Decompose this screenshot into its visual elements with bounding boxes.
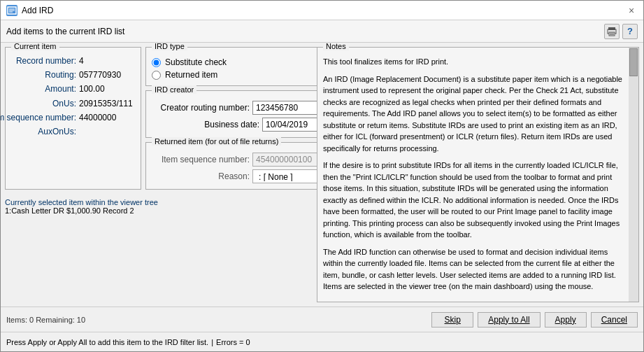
print-icon-button[interactable] [604,24,620,39]
onus-row: OnUs: 20915353/111 [11,97,135,111]
toolbar-icons: ? [604,24,638,39]
onus-label: OnUs: [1,97,76,111]
svg-rect-6 [609,32,615,36]
onus-value: 20915353/111 [79,97,135,111]
close-button[interactable]: × [625,4,638,17]
main-content: Current item Record number: 4 Routing: 0… [1,43,643,307]
amount-label: Amount: [1,83,76,96]
notes-panel: Notes This tool finalizes items for IRD … [317,47,639,302]
returned-item-title: Returned item (for out of file returns) [152,137,281,146]
apply-to-all-button[interactable]: Apply to All [478,312,540,328]
help-icon-button[interactable]: ? [622,24,638,39]
returned-item-radio[interactable] [152,71,161,80]
routing-label: Routing: [1,69,76,82]
auxonus-label: AuxOnUs: [1,125,76,139]
cancel-button[interactable]: Cancel [591,312,638,328]
reason-label: Reason: [152,171,250,181]
selected-item-value: 1:Cash Letter DR $1,000.90 Record 2 [5,206,313,215]
item-seq-label: Item sequence number: [1,111,76,125]
returned-seq-label: Item sequence number: [152,155,250,164]
creator-routing-label: Creator routing number: [152,103,250,113]
errors-count: Errors = 0 [216,338,250,346]
auxonus-row: AuxOnUs: [11,125,135,139]
record-number-row: Record number: 4 [11,55,135,68]
apply-button[interactable]: Apply [545,312,587,328]
title-bar: Add IRD × [1,1,643,20]
business-date-label: Business date: [162,120,259,129]
item-seq-value: 44000000 [79,111,135,125]
add-ird-dialog: Add IRD × Add items to the current IRD l… [0,0,644,352]
notes-scrollbar[interactable] [629,48,638,302]
notes-content[interactable]: This tool finalizes items for IRD print.… [317,52,638,299]
footer-status: Items: 0 Remaining: 10 [6,316,85,324]
status-bar: Press Apply or Apply All to add this ite… [1,332,643,351]
amount-value: 100.00 [79,83,135,96]
footer: Items: 0 Remaining: 10 Skip Apply to All… [1,307,643,332]
title-bar-left: Add IRD [6,5,53,16]
returned-item-label: Returned item [165,70,217,80]
notes-scrollbar-thumb[interactable] [629,48,638,76]
notes-title: Notes [323,43,349,50]
substitute-check-radio[interactable] [152,58,161,67]
left-sections: Current item Record number: 4 Routing: 0… [5,47,313,190]
status-separator: | [211,338,213,346]
current-item-title: Current item [11,43,59,50]
dialog-icon [6,5,17,16]
substitute-check-label: Substitute check [165,57,227,67]
record-number-label: Record number: [1,55,76,68]
left-panel: Current item Record number: 4 Routing: 0… [5,47,313,302]
current-item-group: Current item Record number: 4 Routing: 0… [5,47,141,190]
footer-buttons: Skip Apply to All Apply Cancel [431,312,638,328]
item-seq-row: Item sequence number: 44000000 [11,111,135,125]
notes-para-3: The Add IRD function can otherwise be us… [323,246,626,293]
notes-para-2: If the desire is to print substitute IRD… [323,160,626,241]
record-number-value: 4 [79,55,135,68]
routing-value: 057770930 [79,69,135,82]
amount-row: Amount: 100.00 [11,83,135,96]
notes-para-1: An IRD (Image Replacement Document) is a… [323,73,626,155]
svg-rect-8 [610,34,614,35]
svg-rect-7 [610,33,614,34]
toolbar: Add items to the current IRD list ? [1,20,643,43]
title-text: Add IRD [22,6,53,15]
routing-row: Routing: 057770930 [11,69,135,82]
status-message: Press Apply or Apply All to add this ite… [6,338,208,346]
ird-type-title: IRD type [152,43,187,50]
notes-para-0: This tool finalizes items for IRD print. [323,56,626,68]
selected-item-label: Currently selected item within the viewe… [5,198,313,206]
skip-button[interactable]: Skip [431,312,473,328]
toolbar-label: Add items to the current IRD list [6,27,124,36]
current-item-content: Record number: 4 Routing: 057770930 Amou… [11,55,135,139]
ird-creator-title: IRD creator [152,85,196,94]
selected-item-section: Currently selected item within the viewe… [5,194,313,216]
